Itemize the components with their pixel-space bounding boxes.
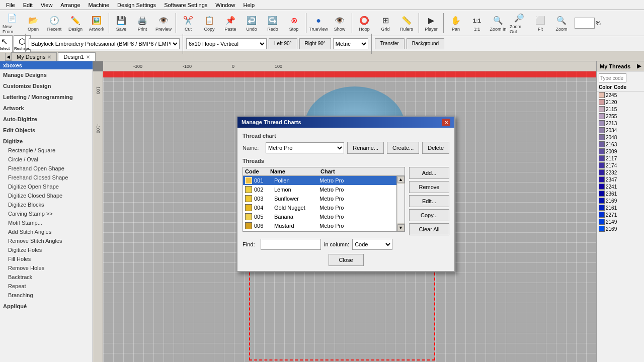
dialog-thread-chart: Metro Pro — [319, 205, 394, 211]
dialog-thread-code: 006 — [254, 223, 274, 229]
dialog-thread-row[interactable]: 003 Sunflower Metro Pro — [243, 194, 396, 203]
dialog-thread-code: 003 — [254, 196, 274, 202]
in-column-label: in column: — [324, 241, 349, 247]
dialog-thread-chart: Metro Pro — [319, 187, 394, 193]
dialog-thread-row[interactable]: 001 Pollen Metro Pro — [243, 176, 396, 185]
manage-thread-charts-dialog: Manage Thread Charts ✕ Thread chart Name… — [236, 116, 455, 272]
dialog-thread-chart: Metro Pro — [319, 214, 394, 220]
dialog-thread-swatch — [245, 204, 252, 211]
edit-button[interactable]: Edit... — [409, 195, 449, 207]
action-buttons: Add... Remove Edit... Copy... Clear All — [409, 167, 449, 236]
close-btn-row: Close — [243, 254, 449, 266]
col-code-header: Code — [245, 168, 270, 174]
dialog-thread-swatch — [245, 186, 252, 193]
dialog-thread-row[interactable]: 006 Mustard Metro Pro — [243, 221, 396, 230]
dialog-thread-chart: Metro Pro — [319, 177, 394, 184]
remove-button[interactable]: Remove — [409, 181, 449, 193]
dialog-thread-swatch — [245, 195, 252, 202]
find-row: Find: in column: Code Name Chart — [243, 239, 449, 250]
threads-section-label: Threads — [243, 158, 449, 164]
dialog-thread-chart: Metro Pro — [319, 223, 394, 229]
scroll-track — [397, 184, 405, 223]
close-button[interactable]: Close — [329, 254, 364, 266]
name-select[interactable]: Metro Pro — [266, 142, 344, 153]
threads-section: Code Name Chart 001 Pollen Metro Pro 002… — [243, 167, 405, 232]
dialog-thread-name: Lemon — [274, 187, 319, 193]
threads-list: 001 Pollen Metro Pro 002 Lemon Metro Pro… — [243, 176, 396, 231]
dialog-thread-code: 004 — [254, 205, 274, 211]
dialog-close-x-button[interactable]: ✕ — [442, 119, 450, 126]
scroll-down-btn[interactable]: ▼ — [397, 224, 405, 231]
dialog-thread-row[interactable]: 002 Lemon Metro Pro — [243, 185, 396, 194]
delete-button[interactable]: Delete — [422, 142, 449, 154]
col-name-header: Name — [270, 168, 320, 174]
dialog-thread-swatch — [245, 213, 252, 220]
name-label: Name: — [243, 145, 263, 151]
scroll-up-btn[interactable]: ▲ — [397, 176, 405, 183]
dialog-thread-swatch — [245, 177, 252, 184]
copy-button[interactable]: Copy... — [409, 209, 449, 221]
threads-table-wrapper: Code Name Chart 001 Pollen Metro Pro 002… — [243, 167, 405, 236]
threads-and-btns: Code Name Chart 001 Pollen Metro Pro 002… — [243, 167, 449, 236]
col-chart-header: Chart — [320, 168, 403, 174]
dialog-title: Manage Thread Charts — [242, 119, 301, 125]
clear-all-button[interactable]: Clear All — [409, 223, 449, 235]
column-select[interactable]: Code Name Chart — [352, 239, 392, 250]
dialog-overlay: Manage Thread Charts ✕ Thread chart Name… — [0, 0, 644, 362]
dialog-titlebar: Manage Thread Charts ✕ — [237, 117, 454, 128]
dialog-thread-name: Mustard — [274, 223, 319, 229]
threads-scrollbar[interactable]: ▲ ▼ — [396, 176, 405, 231]
rename-button[interactable]: Rename... — [347, 142, 384, 154]
threads-table-container: 001 Pollen Metro Pro 002 Lemon Metro Pro… — [243, 176, 405, 231]
threads-table-inner: 001 Pollen Metro Pro 002 Lemon Metro Pro… — [243, 176, 396, 231]
thread-chart-section-label: Thread chart — [243, 133, 449, 139]
create-button[interactable]: Create... — [387, 142, 419, 154]
dialog-thread-name: Banana — [274, 214, 319, 220]
dialog-thread-swatch — [245, 222, 252, 229]
dialog-thread-code: 002 — [254, 187, 274, 193]
threads-table-header: Code Name Chart — [243, 167, 405, 176]
dialog-thread-row[interactable]: 004 Gold Nugget Metro Pro — [243, 203, 396, 212]
dialog-thread-row[interactable]: 005 Banana Metro Pro — [243, 212, 396, 221]
dialog-thread-name: Pollen — [274, 177, 319, 184]
dialog-thread-code: 001 — [254, 177, 274, 184]
dialog-thread-name: Sunflower — [274, 196, 319, 202]
dialog-thread-chart: Metro Pro — [319, 196, 394, 202]
dialog-body: Thread chart Name: Metro Pro Rename... C… — [237, 128, 454, 271]
dialog-thread-row[interactable]: 007 Tuscany Metro Pro — [243, 230, 396, 231]
dialog-thread-name: Gold Nugget — [274, 205, 319, 211]
add-button[interactable]: Add... — [409, 167, 449, 179]
find-label: Find: — [243, 241, 258, 247]
find-input[interactable] — [261, 239, 321, 250]
dialog-thread-code: 005 — [254, 214, 274, 220]
name-row: Name: Metro Pro Rename... Create... Dele… — [243, 142, 449, 154]
